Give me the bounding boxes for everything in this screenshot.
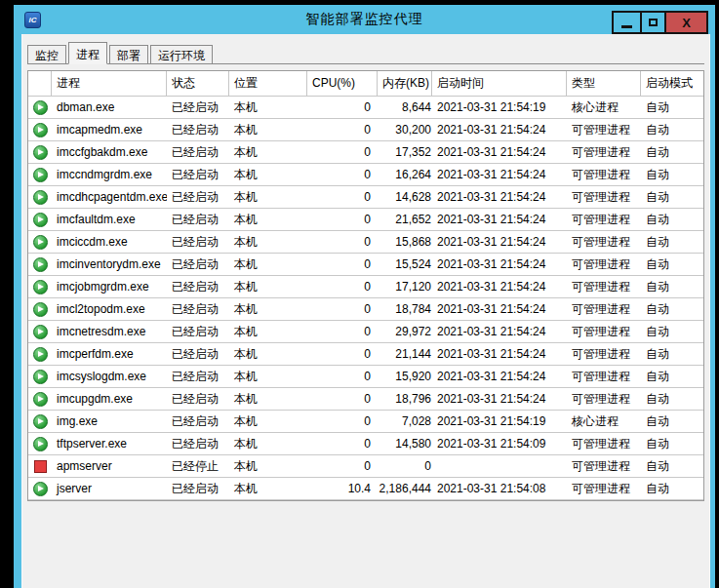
cell-type: 可管理进程 <box>567 298 641 320</box>
cell-location: 本机 <box>229 478 307 499</box>
process-table-row[interactable]: imcdhcpagentdm.exe 已经启动 本机 0 14,628 2021… <box>28 186 703 209</box>
cell-memory: 7,028 <box>378 411 432 432</box>
tab-monitor[interactable]: 监控 <box>27 45 66 63</box>
row-status-icon-cell <box>28 164 52 185</box>
minimize-icon <box>621 25 632 28</box>
process-table-row[interactable]: imcnetresdm.exe 已经启动 本机 0 29,972 2021-03… <box>28 321 703 343</box>
cell-status: 已经启动 <box>167 209 229 230</box>
cell-status: 已经启动 <box>167 186 229 208</box>
process-table-row[interactable]: imcperfdm.exe 已经启动 本机 0 21,144 2021-03-3… <box>28 343 703 366</box>
cell-start-mode: 自动 <box>641 254 703 275</box>
cell-cpu: 0 <box>307 141 378 163</box>
cell-status: 已经启动 <box>167 164 229 185</box>
cell-start-mode: 自动 <box>641 478 703 499</box>
running-icon <box>33 437 48 451</box>
cell-start-time: 2021-03-31 21:54:19 <box>432 411 567 432</box>
cell-cpu: 0 <box>307 97 378 118</box>
process-table-row[interactable]: jserver 已经启动 本机 10.4 2,186,444 2021-03-3… <box>28 478 703 500</box>
cell-type: 可管理进程 <box>567 231 641 253</box>
cell-process: img.exe <box>52 411 167 432</box>
process-table: 进程 状态 位置 CPU(%) 内存(KB) 启动时间 类型 启动模式 dbma… <box>27 70 704 501</box>
cell-location: 本机 <box>229 411 307 432</box>
tab-runtime-env[interactable]: 运行环境 <box>150 45 213 63</box>
row-status-icon-cell <box>28 276 52 297</box>
process-table-row[interactable]: imcfaultdm.exe 已经启动 本机 0 21,652 2021-03-… <box>28 209 703 231</box>
row-status-icon-cell <box>28 388 52 410</box>
close-button[interactable]: X <box>664 11 708 34</box>
tab-process[interactable]: 进程 <box>68 42 107 64</box>
cell-start-mode: 自动 <box>641 343 703 365</box>
cell-location: 本机 <box>229 141 307 163</box>
process-table-row[interactable]: imccfgbakdm.exe 已经启动 本机 0 17,352 2021-03… <box>28 141 703 164</box>
cell-start-mode: 自动 <box>641 366 703 387</box>
process-table-row[interactable]: dbman.exe 已经启动 本机 0 8,644 2021-03-31 21:… <box>28 97 703 119</box>
process-table-row[interactable]: img.exe 已经启动 本机 0 7,028 2021-03-31 21:54… <box>28 411 703 433</box>
close-icon: X <box>682 17 691 29</box>
cell-memory: 15,868 <box>378 231 432 253</box>
cell-start-mode: 自动 <box>641 455 703 477</box>
process-table-row[interactable]: imcjobmgrdm.exe 已经启动 本机 0 17,120 2021-03… <box>28 276 703 298</box>
cell-start-time <box>432 455 567 477</box>
cell-cpu: 0 <box>307 366 378 387</box>
cell-start-mode: 自动 <box>641 411 703 432</box>
cell-start-mode: 自动 <box>641 388 703 410</box>
process-table-row[interactable]: imciccdm.exe 已经启动 本机 0 15,868 2021-03-31… <box>28 231 703 254</box>
process-table-row[interactable]: imcl2topodm.exe 已经启动 本机 0 18,784 2021-03… <box>28 298 703 321</box>
process-table-row[interactable]: apmserver 已经停止 本机 0 0 可管理进程 自动 <box>28 455 703 478</box>
process-table-row[interactable]: imcapmedm.exe 已经启动 本机 0 30,200 2021-03-3… <box>28 119 703 141</box>
minimize-button[interactable] <box>612 11 642 34</box>
cell-cpu: 0 <box>307 411 378 432</box>
cell-cpu: 0 <box>307 388 378 410</box>
process-table-header: 进程 状态 位置 CPU(%) 内存(KB) 启动时间 类型 启动模式 <box>28 71 703 97</box>
cell-cpu: 0 <box>307 254 378 275</box>
process-table-row[interactable]: imcsyslogdm.exe 已经启动 本机 0 15,920 2021-03… <box>28 366 703 388</box>
cell-type: 可管理进程 <box>567 254 641 275</box>
header-cpu[interactable]: CPU(%) <box>307 71 378 96</box>
cell-memory: 16,264 <box>378 164 432 185</box>
header-status[interactable]: 状态 <box>167 71 229 96</box>
cell-start-mode: 自动 <box>641 433 703 454</box>
running-icon <box>33 145 48 160</box>
tab-deploy[interactable]: 部署 <box>109 45 148 63</box>
cell-process: tftpserver.exe <box>52 433 167 454</box>
cell-memory: 30,200 <box>378 119 432 140</box>
maximize-button[interactable] <box>640 11 666 34</box>
cell-process: apmserver <box>52 455 167 477</box>
cell-start-time: 2021-03-31 21:54:24 <box>432 388 567 410</box>
header-memory[interactable]: 内存(KB) <box>378 71 432 96</box>
cell-type: 可管理进程 <box>567 141 641 163</box>
cell-location: 本机 <box>229 343 307 365</box>
header-location[interactable]: 位置 <box>229 71 307 96</box>
cell-status: 已经启动 <box>167 119 229 140</box>
cell-type: 可管理进程 <box>567 433 641 454</box>
cell-start-time: 2021-03-31 21:54:24 <box>432 343 567 365</box>
cell-cpu: 10.4 <box>307 478 378 499</box>
cell-status: 已经启动 <box>167 321 229 342</box>
process-table-row[interactable]: tftpserver.exe 已经启动 本机 0 14,580 2021-03-… <box>28 433 703 455</box>
cell-start-time: 2021-03-31 21:54:24 <box>432 231 567 253</box>
cell-type: 可管理进程 <box>567 186 641 208</box>
running-icon <box>33 325 48 339</box>
tab-strip: 监控进程部署运行环境 <box>27 41 704 64</box>
row-status-icon-cell <box>28 119 52 140</box>
header-process[interactable]: 进程 <box>52 71 167 96</box>
header-start-time[interactable]: 启动时间 <box>432 71 567 96</box>
running-icon <box>33 392 48 407</box>
cell-memory: 14,580 <box>378 433 432 454</box>
cell-type: 可管理进程 <box>567 119 641 140</box>
process-table-row[interactable]: imcinventorydm.exe 已经启动 本机 0 15,524 2021… <box>28 254 703 276</box>
cell-status: 已经启动 <box>167 298 229 320</box>
row-status-icon-cell <box>28 298 52 320</box>
cell-memory: 15,920 <box>378 366 432 387</box>
title-bar[interactable]: iC 智能部署监控代理 X <box>14 5 715 34</box>
header-type[interactable]: 类型 <box>567 71 641 96</box>
cell-process: dbman.exe <box>52 97 167 118</box>
cell-start-time: 2021-03-31 21:54:19 <box>432 97 567 118</box>
process-table-row[interactable]: imcupgdm.exe 已经启动 本机 0 18,796 2021-03-31… <box>28 388 703 411</box>
running-icon <box>33 235 48 250</box>
header-icon-column <box>28 71 52 96</box>
process-table-row[interactable]: imccndmgrdm.exe 已经启动 本机 0 16,264 2021-03… <box>28 164 703 186</box>
cell-process: imcapmedm.exe <box>52 119 167 140</box>
header-start-mode[interactable]: 启动模式 <box>641 71 703 96</box>
cell-status: 已经启动 <box>167 97 229 118</box>
